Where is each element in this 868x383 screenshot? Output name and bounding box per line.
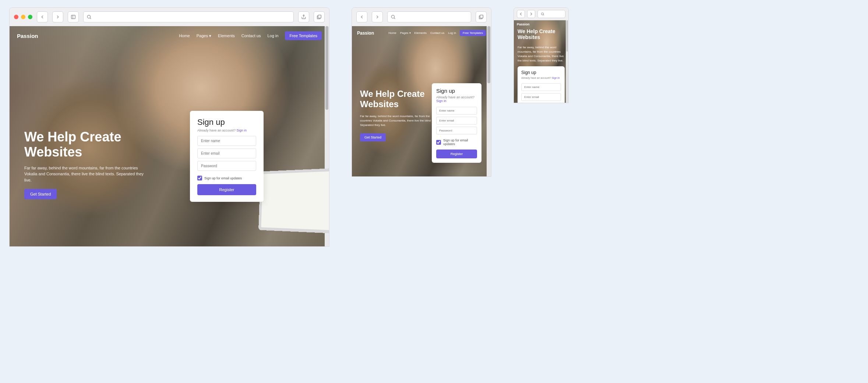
signup-card: Sign up Already have an account? Sign in…: [190, 111, 264, 202]
url-bar[interactable]: [83, 11, 294, 22]
site-logo[interactable]: Passion: [517, 22, 530, 26]
site-nav: Home Pages ▾ Elements Contact us Log in …: [179, 31, 322, 40]
traffic-lights: [14, 15, 32, 19]
sidebar-toggle[interactable]: [68, 11, 79, 22]
hero-title: We Help Create Websites: [518, 28, 565, 40]
laptop-graphic: [258, 167, 329, 234]
nav-pages[interactable]: Pages ▾: [400, 31, 411, 35]
site-header: Passion Home Pages ▾ Elements Contact us…: [352, 26, 491, 40]
site-header: Passion Home Pages ▾ Elements Contact us…: [10, 26, 329, 45]
signup-title: Sign up: [521, 70, 561, 75]
browser-chrome: [352, 8, 491, 26]
search-icon: [87, 14, 92, 20]
already-have-account: Already have an account? Sign in: [197, 129, 256, 132]
forward-button[interactable]: [372, 11, 383, 22]
back-button[interactable]: [517, 10, 525, 18]
name-input[interactable]: [197, 136, 256, 146]
checkbox-input[interactable]: [197, 176, 202, 180]
hero-title: We Help Create Websites: [360, 89, 441, 109]
chevron-down-icon: ▾: [209, 34, 211, 38]
signup-card: Sign up Already have an account? Sign in: [518, 66, 565, 103]
viewport: Passion We Help Create Websites Far far …: [514, 20, 568, 103]
url-bar[interactable]: [387, 11, 471, 22]
name-input[interactable]: [436, 107, 477, 115]
svg-point-6: [391, 15, 394, 18]
signup-title: Sign up: [436, 88, 477, 94]
nav-pages[interactable]: Pages ▾: [197, 34, 211, 38]
email-input[interactable]: [197, 148, 256, 158]
name-input[interactable]: [521, 83, 561, 91]
signin-link[interactable]: Sign in: [436, 99, 447, 103]
free-templates-button[interactable]: Free Templates: [285, 31, 322, 40]
minimize-dot[interactable]: [21, 15, 25, 19]
hero: We Help Create Websites Far far away, be…: [24, 129, 146, 199]
password-input[interactable]: [436, 127, 477, 134]
forward-button[interactable]: [52, 11, 63, 22]
nav-home[interactable]: Home: [388, 31, 396, 35]
email-updates-checkbox[interactable]: Sign up for email updates: [436, 138, 477, 146]
share-button[interactable]: [298, 11, 309, 22]
svg-line-3: [90, 18, 91, 19]
checkbox-input[interactable]: [436, 140, 441, 145]
hero-title: We Help Create Websites: [24, 129, 146, 160]
nav-elements[interactable]: Elements: [414, 31, 427, 35]
free-templates-button[interactable]: Free Templates: [460, 30, 486, 36]
hero-subtitle: Far far away, behind the word mountains,…: [24, 165, 146, 183]
email-updates-checkbox[interactable]: Sign up for email updates: [197, 176, 256, 180]
svg-rect-8: [480, 15, 483, 18]
svg-line-10: [543, 15, 544, 15]
already-have-account: Already have an account? Sign in: [436, 95, 477, 103]
password-input[interactable]: [197, 161, 256, 171]
scrollbar[interactable]: [487, 26, 491, 176]
url-bar[interactable]: [537, 10, 565, 18]
site-logo[interactable]: Passion: [17, 33, 38, 39]
maximize-dot[interactable]: [28, 15, 32, 19]
signin-link[interactable]: Sign in: [552, 77, 560, 79]
nav-home[interactable]: Home: [179, 34, 190, 38]
svg-point-2: [87, 15, 90, 18]
hero-subtitle: Far far away, behind the word mountains,…: [518, 45, 565, 63]
viewport: Passion Home Pages ▾ Elements Contact us…: [10, 26, 329, 246]
site-logo[interactable]: Passion: [357, 31, 374, 36]
nav-elements[interactable]: Elements: [218, 34, 235, 38]
tabs-button[interactable]: [476, 11, 487, 22]
viewport: Passion Home Pages ▾ Elements Contact us…: [352, 26, 491, 176]
nav-contact[interactable]: Contact us: [430, 31, 444, 35]
scrollbar[interactable]: [566, 20, 568, 103]
forward-button[interactable]: [527, 10, 535, 18]
search-icon: [391, 14, 396, 20]
email-input[interactable]: [436, 117, 477, 124]
tablet-preview: Passion Home Pages ▾ Elements Contact us…: [352, 7, 491, 177]
hero: We Help Create Websites Far far away, be…: [360, 89, 441, 141]
signin-link[interactable]: Sign in: [237, 129, 247, 132]
back-button[interactable]: [37, 11, 48, 22]
search-icon: [541, 12, 544, 16]
hero-subtitle: Far far away, behind the word mountains,…: [360, 114, 441, 127]
nav-login[interactable]: Log in: [267, 34, 278, 38]
back-button[interactable]: [356, 11, 367, 22]
svg-line-7: [394, 18, 395, 19]
signup-title: Sign up: [197, 117, 256, 127]
tabs-button[interactable]: [314, 11, 325, 22]
svg-point-9: [541, 13, 544, 15]
get-started-button[interactable]: Get Started: [24, 189, 57, 199]
site-header: Passion: [514, 20, 568, 28]
site-nav: Home Pages ▾ Elements Contact us Log in …: [388, 30, 486, 36]
signup-card: Sign up Already have an account? Sign in…: [432, 83, 481, 163]
register-button[interactable]: Register: [197, 184, 256, 195]
browser-chrome: [514, 8, 568, 20]
nav-contact[interactable]: Contact us: [241, 34, 261, 38]
svg-rect-0: [71, 15, 75, 18]
get-started-button[interactable]: Get Started: [360, 133, 386, 141]
desktop-preview: Passion Home Pages ▾ Elements Contact us…: [9, 7, 329, 247]
email-input[interactable]: [521, 93, 561, 101]
register-button[interactable]: Register: [436, 150, 477, 158]
already-have-account: Already have an account? Sign in: [521, 77, 561, 79]
nav-login[interactable]: Log in: [448, 31, 456, 35]
close-dot[interactable]: [14, 15, 18, 19]
browser-chrome: [10, 8, 329, 26]
svg-rect-5: [318, 15, 321, 18]
mobile-preview: Passion We Help Create Websites Far far …: [514, 7, 569, 103]
